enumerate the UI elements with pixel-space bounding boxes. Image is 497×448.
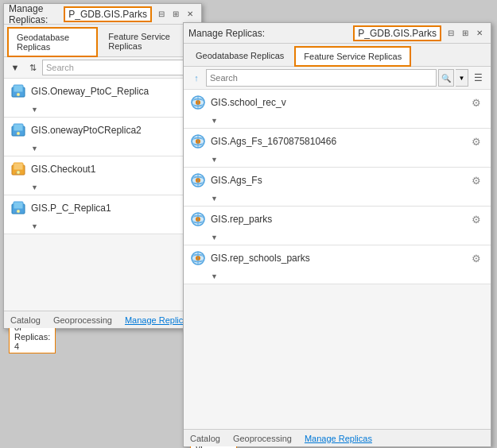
status-tab-geoprocessing-p2[interactable]: Geoprocessing	[230, 432, 295, 445]
status-tab-geoprocessing-p1[interactable]: Geoprocessing	[50, 314, 115, 326]
replica-name: GIS.onewayPtoCReplica2	[31, 125, 195, 136]
gear-button[interactable]: ⚙	[468, 133, 484, 149]
search-box-p1[interactable]: Search	[42, 60, 198, 75]
expand-arrow[interactable]: ▼	[211, 156, 218, 164]
replica-name: GIS.rep_schools_parks	[211, 253, 464, 264]
svg-point-6	[17, 132, 20, 135]
svg-rect-13	[14, 202, 23, 209]
replica-name: GIS.school_rec_v	[211, 97, 464, 108]
list-item: GIS.onewayPtoCReplica2 ▼	[4, 118, 201, 156]
replica-icon-fs-4	[190, 211, 206, 227]
close-icon[interactable]: ✕	[184, 8, 196, 21]
tab-feature-service-replicas-p1[interactable]: Feature Service Replicas	[99, 27, 196, 56]
search-button-p2[interactable]: 🔍	[438, 69, 454, 87]
float-icon-p2[interactable]: ⊞	[459, 27, 472, 40]
gear-button[interactable]: ⚙	[468, 172, 484, 188]
panel1-toolbar: ▼ ⇅ Search	[4, 57, 201, 79]
svg-point-2	[17, 93, 20, 96]
tab-geodatabase-replicas-p2[interactable]: Geodatabase Replicas	[187, 46, 293, 66]
gear-button[interactable]: ⚙	[468, 250, 484, 266]
expand-arrow[interactable]: ▼	[211, 234, 218, 241]
list-item: GIS.P_C_Replica1 ▼	[4, 195, 201, 234]
float-icon[interactable]: ⊞	[169, 8, 182, 21]
replica-icon-fs-5	[190, 250, 206, 266]
filter-icon[interactable]: ▼	[7, 60, 23, 75]
gear-button[interactable]: ⚙	[468, 95, 484, 110]
menu-icon-p2[interactable]: ☰	[470, 69, 486, 87]
tab-feature-service-replicas-p2[interactable]: Feature Service Replicas	[294, 46, 411, 67]
search-input-p2[interactable]	[206, 69, 437, 87]
replica-icon-geo	[10, 83, 26, 99]
list-item: GIS.Ags_Fs_1670875810466 ⚙ ▼	[184, 129, 491, 168]
panel2-titlebar: Manage Replicas: P_GDB.GIS.Parks ⊟ ⊞ ✕	[184, 23, 491, 44]
tab-geodatabase-replicas-p1[interactable]: Geodatabase Replicas	[7, 27, 98, 57]
panel2-title-text: Manage Replicas:	[188, 28, 350, 39]
expand-arrow[interactable]: ▼	[211, 195, 218, 203]
list-item: GIS.school_rec_v ⚙ ▼	[184, 90, 491, 129]
panel1-replica-list: GIS.Oneway_PtoC_Replica ▼ GIS.onewayPtoC…	[4, 79, 201, 306]
status-tab-catalog-p2[interactable]: Catalog	[187, 432, 223, 445]
expand-arrow[interactable]: ▼	[211, 272, 218, 280]
sort-icon-p2[interactable]: ↑	[188, 70, 204, 86]
close-icon-p2[interactable]: ✕	[473, 27, 486, 40]
gear-button[interactable]: ⚙	[468, 211, 484, 227]
list-item: GIS.Oneway_PtoC_Replica ▼	[4, 79, 201, 118]
svg-rect-5	[14, 124, 23, 131]
panel2-status-bar: Catalog Geoprocessing Manage Replicas	[184, 429, 491, 446]
pin-icon[interactable]: ⊟	[155, 8, 168, 21]
expand-arrow[interactable]: ▼	[31, 183, 38, 191]
svg-point-14	[17, 210, 20, 213]
status-tab-manage-replicas-p2[interactable]: Manage Replicas	[301, 432, 375, 445]
list-item: GIS.Ags_Fs ⚙ ▼	[184, 168, 491, 207]
svg-rect-9	[14, 163, 23, 170]
panel1-tabs: Geodatabase Replicas Feature Service Rep…	[4, 25, 201, 57]
replica-name: GIS.Checkout1	[31, 164, 195, 175]
svg-rect-1	[14, 85, 23, 92]
status-tab-catalog-p1[interactable]: Catalog	[7, 314, 44, 326]
expand-arrow[interactable]: ▼	[31, 106, 38, 114]
panel1-title-text: Manage Replicas:	[9, 3, 60, 25]
replica-name: GIS.rep_parks	[211, 214, 464, 225]
replica-name: GIS.P_C_Replica1	[31, 203, 195, 214]
replica-icon-fs-2	[190, 133, 206, 149]
panel2-search-row: ↑ 🔍 ▼ ☰	[184, 67, 491, 90]
replica-icon-checkout	[10, 161, 26, 177]
replica-icon-geo	[10, 122, 26, 138]
panel2: Manage Replicas: P_GDB.GIS.Parks ⊟ ⊞ ✕ G…	[183, 22, 491, 447]
replica-name: GIS.Ags_Fs_1670875810466	[211, 136, 464, 147]
expand-arrow[interactable]: ▼	[31, 145, 38, 153]
list-item: GIS.Checkout1 ▼	[4, 156, 201, 195]
replica-icon-fs-3	[190, 172, 206, 188]
panel2-title-highlight: P_GDB.GIS.Parks	[353, 25, 441, 41]
list-item: GIS.rep_schools_parks ⚙ ▼	[184, 245, 491, 284]
panel2-tabs: Geodatabase Replicas Feature Service Rep…	[184, 44, 491, 67]
replica-name: GIS.Ags_Fs	[211, 175, 464, 186]
list-item: GIS.rep_parks ⚙ ▼	[184, 207, 491, 245]
panel1-titlebar: Manage Replicas: P_GDB.GIS.Parks ⊟ ⊞ ✕	[4, 4, 201, 25]
search-placeholder-p1: Search	[46, 63, 74, 72]
panel1-status-bar: Catalog Geoprocessing Manage Replicas	[4, 311, 201, 328]
panel1-title-highlight: P_GDB.GIS.Parks	[64, 6, 152, 22]
sort-icon[interactable]: ⇅	[25, 60, 41, 75]
search-dropdown-p2[interactable]: ▼	[456, 69, 468, 87]
panel2-replica-list: GIS.school_rec_v ⚙ ▼ GIS.Ags_Fs_16708758…	[184, 90, 491, 419]
replica-name: GIS.Oneway_PtoC_Replica	[31, 86, 195, 97]
expand-arrow[interactable]: ▼	[211, 117, 218, 125]
svg-point-10	[17, 171, 20, 174]
replica-icon-geo	[10, 200, 26, 216]
pin-icon-p2[interactable]: ⊟	[445, 27, 457, 40]
panel1: Manage Replicas: P_GDB.GIS.Parks ⊟ ⊞ ✕ G…	[3, 3, 202, 329]
replica-icon-fs-1	[190, 95, 206, 110]
expand-arrow[interactable]: ▼	[31, 222, 38, 230]
